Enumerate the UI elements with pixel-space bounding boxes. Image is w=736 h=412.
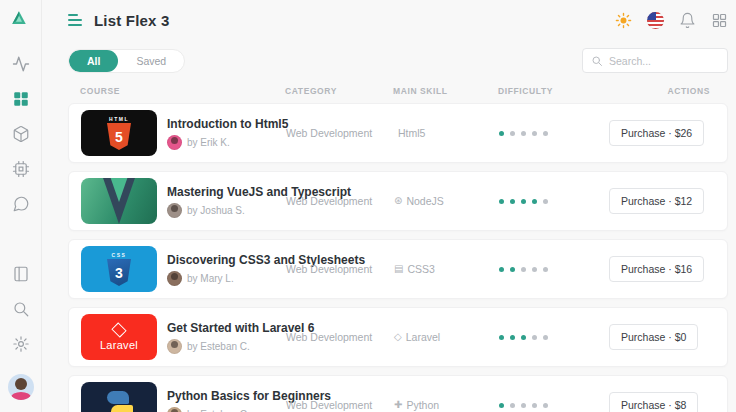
- skill-label: NodeJS: [406, 195, 443, 207]
- difficulty-dot: [532, 199, 537, 204]
- logo-label: CSS: [112, 252, 127, 258]
- difficulty-dot: [499, 335, 504, 340]
- sidebar-bottom: [8, 265, 34, 400]
- difficulty-dot: [532, 403, 537, 408]
- page-title: List Flex 3: [94, 12, 170, 29]
- search-box[interactable]: [582, 48, 728, 73]
- difficulty-dot: [521, 403, 526, 408]
- course-row: Mastering VueJS and Typescript by Joshua…: [68, 171, 728, 231]
- course-cell: CSS 3 Discovering CSS3 and Stylesheets b…: [81, 246, 286, 292]
- course-list: HTML 5 Introduction to Html5 by Erik K. …: [68, 103, 728, 412]
- difficulty-dot: [510, 335, 515, 340]
- difficulty-dots: [499, 403, 609, 408]
- difficulty-dot: [521, 267, 526, 272]
- course-row: Python Basics for Beginners by Esteban C…: [68, 375, 728, 412]
- course-logo: [81, 382, 157, 412]
- difficulty-dot: [532, 267, 537, 272]
- column-actions: ACTIONS: [608, 86, 716, 96]
- search-input[interactable]: [609, 55, 719, 67]
- difficulty-dot: [499, 131, 504, 136]
- notifications-bell-icon[interactable]: [679, 12, 696, 29]
- category-cell: Web Development: [286, 331, 394, 343]
- difficulty-dot: [499, 267, 504, 272]
- layout-panel-icon[interactable]: [12, 265, 30, 283]
- course-logo: Laravel: [81, 314, 157, 360]
- sidebar-nav: [12, 55, 30, 213]
- author-name: by Mary L.: [187, 273, 234, 284]
- search-icon[interactable]: [12, 300, 30, 318]
- tab-all[interactable]: All: [69, 50, 118, 72]
- course-title[interactable]: Introduction to Html5: [167, 117, 288, 131]
- logo-shape: [111, 322, 126, 337]
- filters-bar: All Saved: [68, 48, 728, 73]
- logo-shape: [111, 405, 133, 412]
- author-name: by Erik K.: [187, 137, 230, 148]
- activity-icon[interactable]: [12, 55, 30, 73]
- column-course: COURSE: [80, 86, 285, 96]
- course-logo: HTML 5: [81, 110, 157, 156]
- logo-label: HTML: [109, 116, 129, 122]
- author-name: by Esteban C.: [187, 341, 250, 352]
- skill-cell: ▤ CSS3: [394, 263, 499, 275]
- difficulty-dots: [499, 199, 609, 204]
- package-box-icon[interactable]: [12, 125, 30, 143]
- difficulty-dot: [532, 335, 537, 340]
- category-cell: Web Development: [286, 195, 394, 207]
- skill-label: Laravel: [406, 331, 440, 343]
- skill-label: Python: [406, 399, 439, 411]
- difficulty-dot: [543, 267, 548, 272]
- app-logo[interactable]: [10, 9, 32, 31]
- skill-cell: ⊛ NodeJS: [394, 195, 499, 207]
- skill-icon: ⊛: [394, 196, 402, 206]
- menu-toggle-icon[interactable]: [68, 14, 82, 26]
- cpu-chip-icon[interactable]: [12, 160, 30, 178]
- search-icon: [591, 55, 603, 67]
- course-logo: CSS 3: [81, 246, 157, 292]
- purchase-button[interactable]: Purchase · $8: [609, 392, 698, 412]
- course-meta: Introduction to Html5 by Erik K.: [167, 117, 288, 150]
- course-cell: Mastering VueJS and Typescript by Joshua…: [81, 178, 286, 224]
- actions-cell: Purchase · $0: [609, 324, 715, 350]
- purchase-button[interactable]: Purchase · $0: [609, 324, 698, 350]
- apps-grid-icon[interactable]: [711, 12, 728, 29]
- author-avatar: [167, 339, 182, 354]
- difficulty-dots: [499, 131, 609, 136]
- user-avatar[interactable]: [8, 374, 34, 400]
- course-cell: Laravel Get Started with Laravel 6 by Es…: [81, 314, 286, 360]
- language-flag-icon[interactable]: [647, 12, 664, 29]
- skill-icon: ▤: [394, 264, 403, 274]
- main-content: List Flex 3 All Saved COURSE CATEGORY MA…: [42, 0, 736, 412]
- category-cell: Web Development: [286, 399, 394, 411]
- settings-gear-icon[interactable]: [12, 335, 30, 353]
- difficulty-dots: [499, 335, 609, 340]
- theme-sun-icon[interactable]: [615, 12, 632, 29]
- purchase-button[interactable]: Purchase · $12: [609, 188, 704, 214]
- skill-cell: ◇ Laravel: [394, 331, 499, 343]
- dashboard-grid-icon[interactable]: [12, 90, 30, 108]
- difficulty-dot: [543, 199, 548, 204]
- course-logo: [81, 178, 157, 224]
- difficulty-dot: [510, 403, 515, 408]
- column-category: CATEGORY: [285, 86, 393, 96]
- difficulty-dot: [543, 403, 548, 408]
- chat-bubble-icon[interactable]: [12, 195, 30, 213]
- course-cell: HTML 5 Introduction to Html5 by Erik K.: [81, 110, 286, 156]
- author-avatar: [167, 203, 182, 218]
- skill-label: CSS3: [407, 263, 434, 275]
- purchase-button[interactable]: Purchase · $16: [609, 256, 704, 282]
- logo-word: Laravel: [100, 339, 138, 351]
- tab-group: All Saved: [68, 49, 185, 73]
- skill-cell: Html5: [394, 127, 499, 139]
- author-line: by Erik K.: [167, 135, 288, 150]
- actions-cell: Purchase · $16: [609, 256, 715, 282]
- tab-saved[interactable]: Saved: [118, 50, 184, 72]
- difficulty-dot: [532, 131, 537, 136]
- purchase-button[interactable]: Purchase · $26: [609, 120, 704, 146]
- actions-cell: Purchase · $8: [609, 392, 715, 412]
- difficulty-dot: [543, 335, 548, 340]
- table-header: COURSE CATEGORY MAIN SKILL DIFFICULTY AC…: [68, 73, 728, 103]
- author-name: by Joshua S.: [187, 205, 245, 216]
- difficulty-dot: [521, 199, 526, 204]
- category-cell: Web Development: [286, 263, 394, 275]
- author-name: by Esteban C.: [187, 409, 250, 412]
